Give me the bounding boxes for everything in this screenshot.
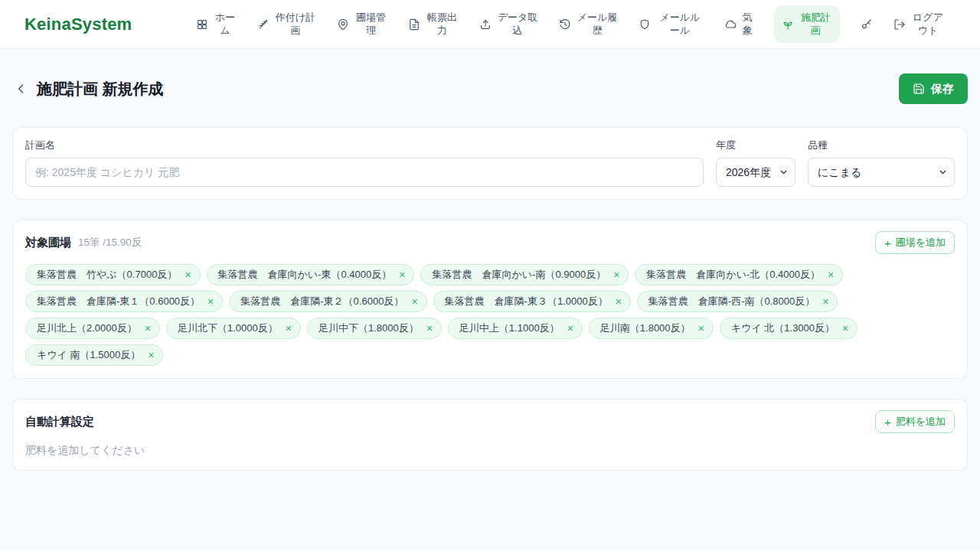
- wheat-icon: [257, 18, 270, 31]
- field-tag: 集落営農 倉庫隣-東１（0.6000反）×: [25, 291, 223, 312]
- field-tag: 足川北下（1.0000反）×: [166, 318, 301, 339]
- remove-field-button[interactable]: ×: [185, 269, 191, 280]
- field-tag: 集落営農 倉庫隣-西-南（0.8000反）×: [637, 291, 838, 312]
- plus-icon: +: [884, 416, 891, 428]
- field-tag-label: 足川南（1.8000反）: [600, 321, 691, 335]
- nav-item-label: 圃場管理: [354, 11, 387, 37]
- save-button[interactable]: 保存: [899, 73, 968, 104]
- cloud-icon: [724, 18, 737, 31]
- back-button[interactable]: [12, 80, 31, 98]
- sprout-icon: [782, 18, 794, 31]
- variety-label: 品種: [808, 139, 955, 152]
- field-tag-label: 足川中下（1.8000反）: [318, 321, 419, 335]
- field-tag-label: 集落営農 倉庫向かい-東（0.4000反）: [218, 268, 392, 282]
- remove-field-button[interactable]: ×: [399, 269, 405, 280]
- field-tag-label: 集落営農 倉庫隣-東３（1.0000反）: [445, 295, 608, 308]
- add-field-button-label: 圃場を追加: [896, 236, 946, 249]
- brand-logo[interactable]: KeinaSystem: [24, 15, 132, 34]
- upload-icon: [479, 18, 492, 31]
- nav-item-weather[interactable]: 気象: [724, 11, 753, 37]
- field-tag-label: 集落営農 倉庫隣-東１（0.6000反）: [37, 295, 200, 308]
- field-tag-label: 集落営農 倉庫向かい-北（0.4000反）: [646, 268, 820, 282]
- year-select[interactable]: 2026年度: [716, 158, 795, 187]
- field-tag-label: 足川中上（1.1000反）: [459, 321, 560, 335]
- add-field-button[interactable]: + 圃場を追加: [875, 231, 955, 254]
- nav-item-home[interactable]: ホーム: [196, 11, 237, 37]
- logout-icon: [893, 18, 906, 31]
- nav-item-label: 施肥計画: [799, 11, 832, 37]
- nav-item-mail-history[interactable]: メール履歴: [559, 11, 618, 37]
- page-header: 施肥計画 新規作成 保存: [12, 73, 968, 104]
- nav-item-label: 作付け計画: [275, 11, 316, 37]
- nav-item-fertilization-plan[interactable]: 施肥計画: [774, 5, 840, 44]
- field-tag-label: キウイ 北（1.3000反）: [731, 321, 835, 335]
- field-tag: 足川中上（1.1000反）×: [448, 318, 583, 339]
- nav-item-data-import[interactable]: データ取込: [479, 11, 538, 37]
- nav-item-planting-plan[interactable]: 作付け計画: [257, 11, 316, 37]
- variety-select[interactable]: にこまる: [808, 158, 955, 187]
- field-tag: 足川中下（1.8000反）×: [307, 318, 442, 339]
- field-tag: 集落営農 倉庫隣-東２（0.6000反）×: [229, 291, 426, 312]
- remove-field-button[interactable]: ×: [286, 323, 292, 334]
- nav-item-logout[interactable]: ログアウト: [893, 11, 945, 37]
- nav-item-label: ログアウト: [911, 11, 945, 37]
- remove-field-button[interactable]: ×: [148, 350, 154, 360]
- remove-field-button[interactable]: ×: [822, 296, 828, 307]
- field-tag-label: キウイ 南（1.5000反）: [37, 348, 140, 362]
- remove-field-button[interactable]: ×: [828, 269, 834, 280]
- remove-field-button[interactable]: ×: [145, 323, 151, 334]
- save-button-label: 保存: [931, 82, 954, 96]
- auto-calculation-card: 自動計算設定 + 肥料を追加 肥料を追加してください: [12, 399, 968, 471]
- auto-calculation-title: 自動計算設定: [25, 415, 94, 429]
- field-tag-label: 集落営農 倉庫隣-西-南（0.8000反）: [648, 295, 815, 308]
- plus-icon: +: [884, 237, 891, 249]
- remove-field-button[interactable]: ×: [616, 296, 622, 307]
- field-tag-label: 足川北下（1.0000反）: [178, 321, 278, 335]
- field-tag-label: 足川北上（2.0000反）: [37, 321, 137, 335]
- remove-field-button[interactable]: ×: [207, 296, 214, 307]
- nav-item-label: 帳票出力: [426, 11, 459, 37]
- remove-field-button[interactable]: ×: [842, 323, 848, 334]
- nav-item-field-management[interactable]: 圃場管理: [337, 11, 387, 37]
- main-content: 施肥計画 新規作成 保存 計画名 年度 2026年度: [0, 73, 980, 471]
- plan-basics-card: 計画名 年度 2026年度 品種 にこまる: [12, 127, 968, 200]
- map-pin-icon: [337, 18, 349, 31]
- field-tag: 集落営農 竹やぶ（0.7000反）×: [25, 264, 201, 285]
- field-tag: 足川北上（2.0000反）×: [25, 318, 160, 339]
- plan-name-input[interactable]: [25, 158, 704, 187]
- nav-item-report-output[interactable]: 帳票出力: [408, 11, 459, 37]
- field-tag: 集落営農 倉庫向かい-東（0.4000反）×: [207, 264, 415, 285]
- remove-field-button[interactable]: ×: [698, 323, 704, 334]
- page-title: 施肥計画 新規作成: [37, 79, 164, 99]
- field-tag: キウイ 南（1.5000反）×: [25, 344, 163, 366]
- target-fields-title: 対象圃場: [25, 236, 71, 250]
- key-icon: [861, 18, 873, 31]
- nav-item-mail-rules[interactable]: メールルール: [639, 11, 704, 37]
- chevron-left-icon: [14, 81, 29, 96]
- remove-field-button[interactable]: ×: [567, 323, 573, 334]
- nav-menu: ホーム 作付け計画 圃場管理 帳票出力 データ取込: [196, 5, 956, 44]
- save-icon: [913, 83, 925, 95]
- field-tag: 集落営農 倉庫向かい-北（0.4000反）×: [635, 264, 843, 285]
- nav-item-password[interactable]: [861, 18, 873, 31]
- nav-item-label: 気象: [742, 11, 753, 37]
- top-navbar: KeinaSystem ホーム 作付け計画 圃場管理 帳票出力: [0, 0, 980, 49]
- nav-item-label: メール履歴: [577, 11, 618, 37]
- nav-item-label: メールルール: [656, 11, 704, 37]
- plan-name-label: 計画名: [25, 139, 704, 152]
- add-fertilizer-button[interactable]: + 肥料を追加: [875, 410, 955, 433]
- add-fertilizer-button-label: 肥料を追加: [896, 415, 946, 429]
- field-tag: 集落営農 倉庫隣-東３（1.0000反）×: [433, 291, 631, 312]
- document-icon: [408, 18, 420, 31]
- fertilizer-empty-message: 肥料を追加してください: [25, 444, 955, 458]
- remove-field-button[interactable]: ×: [411, 296, 417, 307]
- field-tag: キウイ 北（1.3000反）×: [720, 318, 858, 339]
- remove-field-button[interactable]: ×: [613, 269, 619, 280]
- field-tag-list: 集落営農 竹やぶ（0.7000反）× 集落営農 倉庫向かい-東（0.4000反）…: [25, 264, 955, 366]
- grid-icon: [196, 18, 208, 31]
- nav-item-label: データ取込: [497, 11, 538, 37]
- remove-field-button[interactable]: ×: [426, 323, 433, 334]
- field-tag-label: 集落営農 倉庫隣-東２（0.6000反）: [240, 295, 403, 308]
- shield-icon: [639, 18, 651, 31]
- history-icon: [559, 18, 571, 31]
